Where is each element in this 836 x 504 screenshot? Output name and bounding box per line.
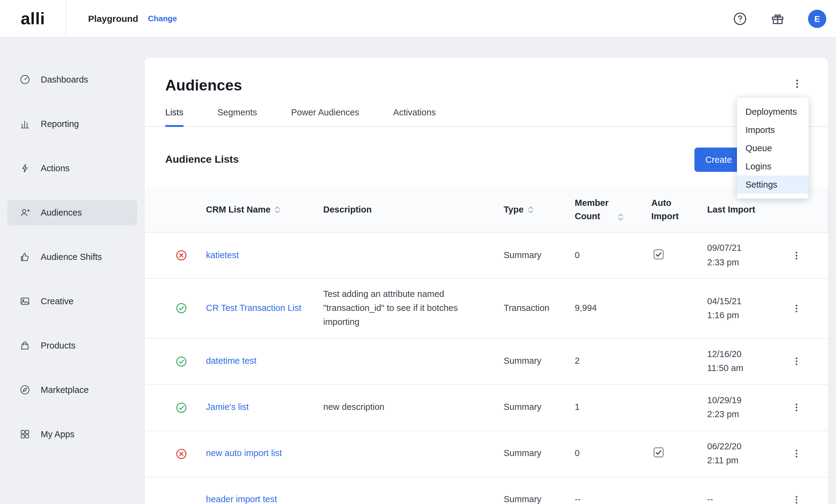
avatar[interactable]: E	[808, 9, 826, 27]
row-overflow-menu-button[interactable]	[792, 304, 801, 313]
list-name-link[interactable]: datetime test	[206, 356, 256, 366]
table-row: header import testSummary-- --	[145, 477, 828, 504]
column-header-member-count[interactable]: Member Count	[575, 197, 651, 222]
row-actions-cell	[789, 449, 808, 459]
row-overflow-menu-button[interactable]	[792, 356, 801, 366]
member-count-cell: --	[575, 493, 651, 504]
card-header: Audiences	[145, 58, 828, 94]
sidebar-item-marketplace[interactable]: Marketplace	[7, 377, 137, 403]
last-import-cell: 12/16/20 11:50 am	[707, 347, 789, 375]
row-overflow-menu-button[interactable]	[792, 251, 801, 260]
list-name-link[interactable]: CR Test Transaction List	[206, 303, 301, 313]
overflow-menu: DeploymentsImportsQueueLoginsSettings	[737, 98, 809, 198]
column-header-label: Type	[504, 205, 524, 214]
member-count-cell: 9,994	[575, 301, 651, 315]
status-cell	[165, 355, 197, 367]
member-count-cell: 0	[575, 248, 651, 262]
row-actions-cell	[789, 403, 808, 412]
tab-activations[interactable]: Activations	[393, 108, 436, 126]
actions-icon	[19, 163, 31, 174]
column-header-type[interactable]: Type	[504, 203, 575, 216]
sidebar-item-actions[interactable]: Actions	[7, 155, 137, 181]
sidebar-item-audience-shifts[interactable]: Audience Shifts	[7, 244, 137, 270]
help-icon[interactable]	[733, 11, 747, 26]
auto-import-checkbox[interactable]	[654, 448, 663, 458]
list-name-link[interactable]: katietest	[206, 250, 239, 260]
menu-item-imports[interactable]: Imports	[737, 121, 809, 139]
list-name-cell: datetime test	[197, 354, 323, 368]
sidebar-item-label: Audience Shifts	[41, 252, 102, 262]
sidebar-item-label: My Apps	[41, 429, 74, 439]
row-overflow-menu-button[interactable]	[792, 403, 801, 412]
auto-import-checkbox[interactable]	[654, 250, 663, 259]
row-overflow-menu-button[interactable]	[792, 449, 801, 459]
column-header-description: Description	[323, 203, 504, 216]
gift-icon[interactable]	[771, 11, 785, 26]
error-status-icon	[175, 448, 187, 459]
sidebar-item-audiences[interactable]: Audiences	[7, 200, 137, 225]
last-import-cell: --	[707, 493, 789, 504]
table-body: katietestSummary0 09/07/21 2:33 pm CR Te…	[145, 233, 828, 504]
sidebar-item-my-apps[interactable]: My Apps	[7, 422, 137, 447]
last-import-date: 10/29/19	[707, 393, 789, 407]
tab-segments[interactable]: Segments	[217, 108, 257, 126]
menu-item-settings[interactable]: Settings	[737, 175, 809, 194]
column-header-crm-list-name[interactable]: CRM List Name	[197, 203, 323, 216]
status-cell	[165, 448, 197, 459]
column-header-label: CRM List Name	[206, 205, 271, 214]
sidebar-item-dashboards[interactable]: Dashboards	[7, 67, 137, 92]
success-status-icon	[175, 402, 187, 413]
topbar: alli Playground Change E	[0, 0, 836, 38]
description-cell: new description	[323, 401, 504, 414]
tab-lists[interactable]: Lists	[165, 108, 184, 126]
list-name-link[interactable]: new auto import list	[206, 448, 282, 458]
member-count-cell: 1	[575, 401, 651, 414]
type-cell: Summary	[504, 401, 575, 414]
sort-icon[interactable]	[617, 213, 625, 221]
audience-lists-table: CRM List NameDescriptionTypeMember Count…	[145, 188, 828, 504]
tab-bar: ListsSegmentsPower AudiencesActivations	[145, 108, 828, 127]
sidebar-nav: Dashboards Reporting Actions Audiences A…	[0, 38, 145, 504]
sidebar-item-label: Actions	[41, 163, 70, 173]
list-name-cell: CR Test Transaction List	[197, 301, 323, 315]
app: alli Playground Change E	[0, 0, 836, 504]
table-row: new auto import listSummary0 06/22/20 2:…	[145, 431, 828, 477]
column-header-label: Description	[323, 205, 372, 214]
column-header-label: Last Import	[707, 205, 755, 214]
type-cell: Summary	[504, 447, 575, 461]
status-cell	[165, 402, 197, 413]
menu-item-queue[interactable]: Queue	[737, 139, 809, 157]
table-row: Jamie's listnew descriptionSummary1 10/2…	[145, 385, 828, 431]
table-row: datetime testSummary2 12/16/20 11:50 am	[145, 338, 828, 385]
auto-import-cell	[651, 248, 707, 262]
last-import-date: 09/07/21	[707, 241, 789, 255]
row-actions-cell	[789, 251, 808, 260]
card-overflow-menu-button[interactable]	[792, 78, 803, 89]
marketplace-icon	[19, 384, 31, 395]
row-overflow-menu-button[interactable]	[792, 495, 801, 504]
menu-item-deployments[interactable]: Deployments	[737, 103, 809, 121]
sidebar-item-products[interactable]: Products	[7, 333, 137, 358]
list-name-link[interactable]: Jamie's list	[206, 402, 249, 412]
list-name-cell: Jamie's list	[197, 401, 323, 414]
sort-icon[interactable]	[274, 206, 282, 214]
sort-icon[interactable]	[527, 206, 535, 214]
row-actions-cell	[789, 304, 808, 313]
alli-logo[interactable]: alli	[21, 10, 45, 27]
type-cell: Summary	[504, 354, 575, 368]
table-row: katietestSummary0 09/07/21 2:33 pm	[145, 233, 828, 279]
column-header-label: Member Count	[575, 197, 614, 222]
sidebar-item-label: Products	[41, 341, 75, 350]
auto-import-cell	[651, 447, 707, 461]
list-name-link[interactable]: header import test	[206, 495, 277, 504]
audience-shifts-icon	[19, 251, 31, 262]
sidebar-item-creative[interactable]: Creative	[7, 288, 137, 314]
tab-power-audiences[interactable]: Power Audiences	[291, 108, 359, 126]
sidebar-item-label: Dashboards	[41, 75, 88, 84]
last-import-time: 2:23 pm	[707, 407, 789, 422]
column-header-last-import: Last Import	[707, 203, 789, 216]
change-workspace-link[interactable]: Change	[148, 14, 177, 23]
success-status-icon	[175, 303, 187, 314]
sidebar-item-reporting[interactable]: Reporting	[7, 111, 137, 137]
menu-item-logins[interactable]: Logins	[737, 157, 809, 175]
